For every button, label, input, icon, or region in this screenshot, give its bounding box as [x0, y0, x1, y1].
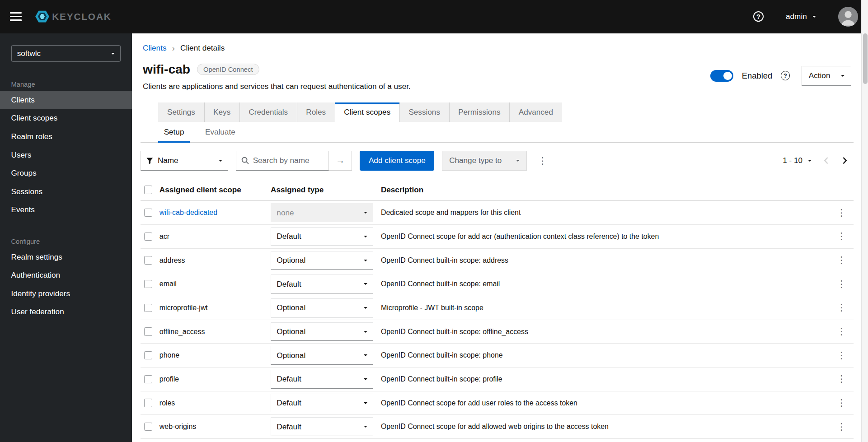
assigned-type-select[interactable]: Default — [271, 370, 373, 389]
row-actions-cell: ⋮ — [829, 277, 854, 291]
pagination-prev-button[interactable] — [817, 154, 835, 167]
tab-roles[interactable]: Roles — [297, 102, 335, 122]
tab-sessions[interactable]: Sessions — [400, 102, 450, 122]
row-actions-cell: ⋮ — [829, 253, 854, 267]
subtab-evaluate[interactable]: Evaluate — [200, 122, 241, 143]
scope-name-cell: web-origins — [160, 423, 271, 431]
page-description: Clients are applications and services th… — [143, 82, 411, 91]
scope-name[interactable]: wifi-cab-dedicated — [160, 209, 217, 216]
chevron-down-icon — [111, 53, 115, 55]
scrollbar-thumb[interactable] — [863, 33, 868, 84]
row-checkbox[interactable] — [144, 280, 152, 288]
add-client-scope-button[interactable]: Add client scope — [360, 151, 434, 171]
tab-settings[interactable]: Settings — [158, 102, 204, 122]
sidebar-item-sessions[interactable]: Sessions — [0, 182, 132, 201]
assigned-type-select[interactable]: Optional — [271, 298, 373, 317]
row-kebab-menu-icon[interactable]: ⋮ — [834, 372, 850, 386]
row-checkbox[interactable] — [144, 375, 152, 383]
help-icon[interactable]: ? — [753, 11, 764, 22]
search-submit-button[interactable]: → — [329, 151, 352, 171]
breadcrumb-separator-icon: › — [172, 43, 175, 53]
sidebar-item-realm-roles[interactable]: Realm roles — [0, 127, 132, 146]
tab-client-scopes[interactable]: Client scopes — [335, 102, 400, 122]
row-checkbox[interactable] — [144, 256, 152, 264]
row-kebab-menu-icon[interactable]: ⋮ — [834, 277, 850, 291]
sidebar-item-client-scopes[interactable]: Client scopes — [0, 109, 132, 128]
row-checkbox[interactable] — [144, 327, 152, 335]
assigned-type-select[interactable]: Default — [271, 394, 373, 413]
pagination: 1 - 10 — [777, 154, 854, 167]
assigned-type-select[interactable]: Default — [271, 227, 373, 246]
row-checkbox[interactable] — [144, 399, 152, 407]
search-input[interactable] — [253, 156, 324, 165]
toolbar-kebab-menu-icon[interactable]: ⋮ — [535, 154, 551, 168]
avatar[interactable] — [838, 7, 858, 27]
scope-description: OpenID Connect built-in scope: offline_a… — [381, 328, 829, 336]
scope-name: roles — [160, 399, 175, 407]
tab-keys[interactable]: Keys — [205, 102, 240, 122]
row-kebab-menu-icon[interactable]: ⋮ — [834, 420, 850, 434]
sidebar-item-events[interactable]: Events — [0, 201, 132, 219]
row-checkbox[interactable] — [144, 209, 152, 217]
change-type-dropdown[interactable]: Change type to — [442, 151, 526, 171]
keycloak-logo-icon — [35, 9, 50, 24]
row-checkbox[interactable] — [144, 304, 152, 312]
table-row: wifi-cab-dedicated none Dedicated scope … — [141, 201, 854, 225]
sidebar-item-identity-providers[interactable]: Identity providers — [0, 284, 132, 303]
chevron-down-icon — [364, 378, 367, 380]
assigned-type-select[interactable]: Optional — [271, 346, 373, 365]
column-header-description: Description — [381, 185, 829, 195]
brand-text: KEYCLOAK — [52, 11, 112, 22]
sidebar-item-clients[interactable]: Clients — [0, 91, 132, 109]
sidebar-item-user-federation[interactable]: User federation — [0, 303, 132, 321]
assigned-type-select[interactable]: Default — [271, 417, 373, 436]
breadcrumb-clients-link[interactable]: Clients — [143, 43, 166, 53]
row-checkbox-cell — [141, 280, 160, 288]
assigned-type-cell: Optional — [271, 251, 381, 270]
row-kebab-menu-icon[interactable]: ⋮ — [834, 349, 850, 363]
assigned-type-value: Optional — [277, 351, 305, 360]
row-checkbox[interactable] — [144, 351, 152, 359]
search-icon — [241, 157, 249, 164]
chevron-down-icon — [364, 236, 367, 237]
user-menu-dropdown[interactable]: admin — [786, 12, 816, 21]
row-kebab-menu-icon[interactable]: ⋮ — [834, 325, 850, 339]
vertical-scrollbar[interactable] — [861, 0, 868, 442]
help-icon[interactable]: ? — [781, 71, 790, 80]
assigned-type-select[interactable]: Default — [271, 275, 373, 293]
enabled-toggle[interactable] — [710, 70, 733, 82]
realm-name: softwlc — [17, 49, 41, 58]
breadcrumb: Clients › Client details — [141, 43, 854, 53]
sidebar-item-authentication[interactable]: Authentication — [0, 266, 132, 284]
sidebar-item-realm-settings[interactable]: Realm settings — [0, 248, 132, 266]
row-kebab-menu-icon[interactable]: ⋮ — [834, 396, 850, 410]
assigned-type-select[interactable]: Optional — [271, 251, 373, 270]
row-kebab-menu-icon[interactable]: ⋮ — [834, 206, 850, 220]
scope-name: phone — [160, 351, 179, 359]
pagination-next-button[interactable] — [835, 154, 854, 167]
action-dropdown[interactable]: Action — [802, 66, 851, 86]
nav-toggle-hamburger-icon[interactable] — [10, 12, 22, 21]
tab-permissions[interactable]: Permissions — [450, 102, 510, 122]
row-kebab-menu-icon[interactable]: ⋮ — [834, 230, 850, 244]
tab-advanced[interactable]: Advanced — [510, 102, 562, 122]
scope-description: Dedicated scope and mappers for this cli… — [381, 209, 829, 217]
row-checkbox-cell — [141, 256, 160, 264]
pagination-range-dropdown[interactable]: 1 - 10 — [777, 156, 817, 165]
filter-type-select[interactable]: Name — [141, 151, 228, 171]
subtab-setup[interactable]: Setup — [158, 122, 189, 143]
row-checkbox[interactable] — [144, 423, 152, 431]
realm-selector[interactable]: softwlc — [11, 45, 121, 62]
sidebar-item-groups[interactable]: Groups — [0, 164, 132, 182]
assigned-type-select[interactable]: Optional — [271, 322, 373, 341]
row-kebab-menu-icon[interactable]: ⋮ — [834, 301, 850, 315]
row-checkbox[interactable] — [144, 233, 152, 241]
tab-credentials[interactable]: Credentials — [240, 102, 297, 122]
select-all-checkbox[interactable] — [144, 186, 152, 194]
row-checkbox-cell — [141, 304, 160, 312]
row-kebab-menu-icon[interactable]: ⋮ — [834, 253, 850, 267]
row-actions-cell: ⋮ — [829, 372, 854, 386]
scope-name: offline_access — [160, 328, 205, 335]
sub-tabs: SetupEvaluate — [141, 122, 854, 143]
sidebar-item-users[interactable]: Users — [0, 146, 132, 164]
